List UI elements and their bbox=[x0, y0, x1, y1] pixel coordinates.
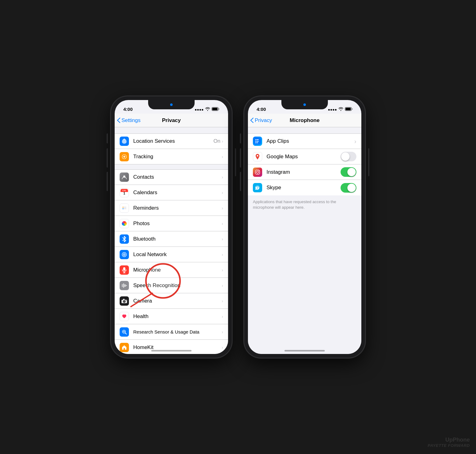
right-back-button[interactable]: Privacy bbox=[250, 117, 272, 124]
list-row-bluetooth[interactable]: Bluetooth › bbox=[115, 231, 228, 247]
location-services-chevron: › bbox=[222, 139, 223, 144]
svg-point-5 bbox=[123, 208, 124, 209]
list-row-local-network[interactable]: Local Network › bbox=[115, 247, 228, 262]
instagram-icon bbox=[253, 168, 262, 177]
location-services-label: Location Services bbox=[133, 138, 214, 144]
list-row-tracking[interactable]: Tracking › bbox=[115, 149, 228, 164]
photos-label: Photos bbox=[133, 220, 222, 227]
tracking-label: Tracking bbox=[133, 154, 222, 160]
list-row-reminders[interactable]: Reminders › bbox=[115, 200, 228, 216]
left-back-button[interactable]: Settings bbox=[117, 117, 140, 124]
list-row-speech[interactable]: Speech Recognition › bbox=[115, 278, 228, 293]
svg-rect-1 bbox=[212, 108, 218, 110]
research-chevron: › bbox=[222, 330, 223, 334]
calendars-icon: CAL 1 bbox=[120, 188, 129, 197]
status-time: 4:00 bbox=[123, 107, 133, 112]
left-phone-frame: 4:00 ●●●● bbox=[111, 96, 232, 358]
list-row-calendars[interactable]: CAL 1 Calendars › bbox=[115, 185, 228, 200]
list-row-health[interactable]: Health › bbox=[115, 309, 228, 324]
health-chevron: › bbox=[222, 314, 223, 319]
right-notch bbox=[281, 100, 328, 109]
svg-point-22 bbox=[126, 300, 126, 301]
speech-chevron: › bbox=[222, 283, 223, 288]
microphone-chevron: › bbox=[222, 268, 223, 273]
instagram-toggle[interactable] bbox=[341, 167, 356, 177]
face-id-dot bbox=[170, 103, 173, 106]
left-phone-wrapper: 4:00 ●●●● bbox=[111, 96, 232, 358]
homekit-chevron: › bbox=[222, 345, 223, 350]
right-home-bar bbox=[284, 350, 325, 351]
skype-toggle[interactable] bbox=[341, 183, 356, 193]
camera-chevron: › bbox=[222, 299, 223, 303]
health-icon bbox=[120, 312, 129, 321]
svg-rect-17 bbox=[126, 285, 127, 286]
speech-icon bbox=[120, 281, 129, 290]
right-battery-icon bbox=[345, 107, 353, 112]
status-icons: ●●●● bbox=[195, 107, 219, 112]
instagram-toggle-thumb bbox=[347, 168, 356, 176]
svg-rect-21 bbox=[123, 299, 125, 300]
skype-label: Skype bbox=[267, 185, 341, 191]
instagram-label: Instagram bbox=[267, 169, 341, 175]
svg-rect-15 bbox=[123, 283, 124, 288]
right-wifi-icon bbox=[338, 107, 343, 112]
left-nav-bar: Settings Privacy bbox=[115, 114, 228, 127]
list-row-research[interactable]: Research Sensor & Usage Data › bbox=[115, 324, 228, 340]
homekit-label: HomeKit bbox=[133, 344, 222, 351]
local-network-label: Local Network bbox=[133, 251, 222, 258]
right-detail-list: App Clips › Google Maps bbox=[248, 133, 361, 354]
wifi-icon bbox=[205, 107, 210, 112]
power-button-r bbox=[368, 148, 369, 176]
app-clips-chevron: › bbox=[354, 138, 356, 145]
svg-rect-14 bbox=[122, 284, 123, 287]
research-icon bbox=[120, 327, 129, 337]
home-bar bbox=[151, 350, 192, 351]
skype-icon bbox=[253, 183, 262, 192]
skype-toggle-thumb bbox=[347, 184, 356, 192]
local-network-icon bbox=[120, 250, 129, 259]
reminders-label: Reminders bbox=[133, 205, 222, 211]
mute-button-r bbox=[240, 133, 241, 143]
google-maps-toggle[interactable] bbox=[341, 152, 356, 161]
row-skype[interactable]: Skype bbox=[248, 180, 361, 195]
left-phone-screen: 4:00 ●●●● bbox=[115, 100, 228, 354]
tracking-icon bbox=[120, 152, 129, 161]
list-row-contacts[interactable]: Contacts › bbox=[115, 169, 228, 185]
apps-section: App Clips › Google Maps bbox=[248, 133, 361, 195]
location-services-icon bbox=[120, 137, 129, 146]
app-clips-icon bbox=[253, 137, 262, 146]
svg-rect-16 bbox=[125, 284, 126, 287]
list-row-microphone[interactable]: Microphone › bbox=[115, 262, 228, 278]
svg-point-34 bbox=[257, 155, 258, 156]
mute-button bbox=[107, 133, 108, 143]
power-button bbox=[235, 148, 236, 176]
bluetooth-icon bbox=[120, 234, 129, 244]
battery-icon bbox=[212, 107, 219, 112]
right-face-id-dot bbox=[303, 103, 306, 106]
microphone-label: Microphone bbox=[133, 267, 222, 273]
app-clips-label: App Clips bbox=[267, 138, 354, 144]
microphone-note: Applications that have requested access … bbox=[248, 195, 361, 214]
list-row-location-services[interactable]: Location Services On › bbox=[115, 133, 228, 149]
bluetooth-label: Bluetooth bbox=[133, 236, 222, 242]
tracking-chevron: › bbox=[222, 154, 223, 159]
right-back-label: Privacy bbox=[255, 117, 272, 124]
section-apps: Contacts › CAL 1 Calendars › bbox=[115, 169, 228, 354]
svg-point-37 bbox=[259, 170, 259, 171]
volume-down-button-r bbox=[240, 172, 241, 191]
section-top: Location Services On › Tracking bbox=[115, 133, 228, 164]
left-list-content: Location Services On › Tracking bbox=[115, 127, 228, 354]
row-instagram[interactable]: Instagram bbox=[248, 164, 361, 180]
list-row-homekit[interactable]: HomeKit › bbox=[115, 340, 228, 354]
signal-icon: ●●●● bbox=[195, 107, 204, 112]
list-row-camera[interactable]: Camera › bbox=[115, 293, 228, 309]
row-google-maps[interactable]: Google Maps bbox=[248, 149, 361, 164]
speech-label: Speech Recognition bbox=[133, 282, 222, 289]
google-maps-toggle-thumb bbox=[341, 152, 350, 161]
svg-point-4 bbox=[123, 207, 124, 207]
list-row-photos[interactable]: Photos › bbox=[115, 216, 228, 231]
right-phone-screen: 4:00 ●●●● bbox=[248, 100, 361, 354]
svg-point-31 bbox=[255, 139, 256, 140]
bluetooth-chevron: › bbox=[222, 237, 223, 242]
row-app-clips[interactable]: App Clips › bbox=[248, 133, 361, 149]
